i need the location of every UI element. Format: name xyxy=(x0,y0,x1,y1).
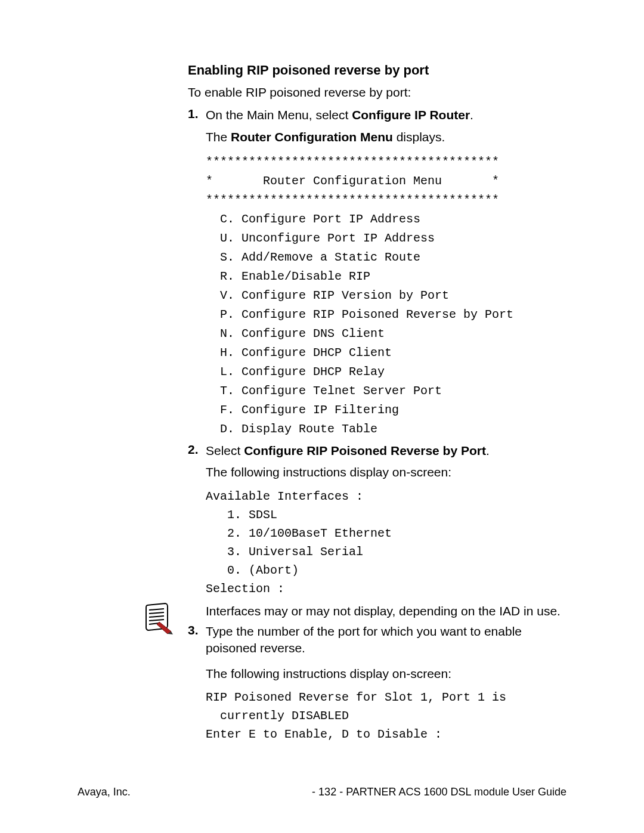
router-config-menu: ****************************************… xyxy=(206,153,569,439)
step-1-line-1: On the Main Menu, select Configure IP Ro… xyxy=(206,107,569,123)
intro-text: To enable RIP poisoned reverse by port: xyxy=(188,84,569,101)
step-1-suffix: . xyxy=(470,108,473,122)
step-1-prefix: On the Main Menu, select xyxy=(206,108,352,122)
note-icon xyxy=(141,602,175,635)
step-3-line-2: The following instructions display on-sc… xyxy=(206,665,569,682)
step-3-line-1: Type the number of the port for which yo… xyxy=(206,623,569,657)
step-2-bold: Configure RIP Poisoned Reverse by Port xyxy=(244,444,486,457)
page-footer: Avaya, Inc. - 132 - PARTNER ACS 1600 DSL… xyxy=(78,786,566,798)
footer-doc-title: PARTNER ACS 1600 DSL module User Guide xyxy=(346,786,566,798)
footer-right: - 132 - PARTNER ACS 1600 DSL module User… xyxy=(312,786,566,798)
step-1-line2-prefix: The xyxy=(206,130,231,144)
available-interfaces: Available Interfaces : 1. SDSL 2. 10/100… xyxy=(206,487,569,598)
step-1-line2-suffix: displays. xyxy=(393,130,445,144)
page-content: Enabling RIP poisoned reverse by port To… xyxy=(188,63,569,744)
step-2-line-2: The following instructions display on-sc… xyxy=(206,464,569,481)
step-1-line2-bold: Router Configuration Menu xyxy=(231,130,393,144)
step-3: Type the number of the port for which yo… xyxy=(188,623,569,744)
footer-page-num: - 132 - xyxy=(312,786,343,798)
step-2-prefix: Select xyxy=(206,444,244,457)
note-text: Interfaces may or may not display, depen… xyxy=(206,603,569,620)
rip-status-block: RIP Poisoned Reverse for Slot 1, Port 1 … xyxy=(206,688,569,744)
steps-list: On the Main Menu, select Configure IP Ro… xyxy=(188,107,569,744)
step-2-line-1: Select Configure RIP Poisoned Reverse by… xyxy=(206,442,569,459)
step-1-bold: Configure IP Router xyxy=(352,108,470,122)
section-heading: Enabling RIP poisoned reverse by port xyxy=(188,63,569,78)
step-1-line-2: The Router Configuration Menu displays. xyxy=(206,129,569,145)
step-2: Select Configure RIP Poisoned Reverse by… xyxy=(188,442,569,620)
note-wrap: Interfaces may or may not display, depen… xyxy=(206,603,569,620)
step-2-suffix: . xyxy=(486,444,490,457)
footer-left: Avaya, Inc. xyxy=(78,786,131,798)
step-1: On the Main Menu, select Configure IP Ro… xyxy=(188,107,569,439)
